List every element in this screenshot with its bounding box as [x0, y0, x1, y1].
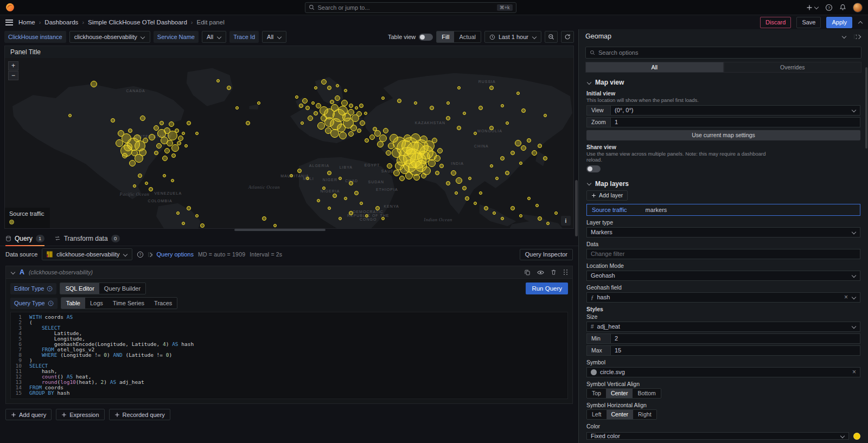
traffic-marker [432, 138, 437, 143]
symbol-select[interactable]: circle.svg× [586, 367, 860, 377]
clear-icon[interactable]: × [844, 294, 848, 300]
use-current-map-settings-button[interactable]: Use current map settings [586, 130, 860, 140]
add-query-button[interactable]: Add query [5, 409, 52, 420]
horizontal-scrollbar[interactable] [234, 229, 326, 231]
query-inspector-button[interactable]: Query Inspector [520, 249, 573, 260]
options-search-input[interactable] [598, 49, 857, 56]
grafana-logo[interactable] [5, 3, 15, 12]
tab-query[interactable]: Query 1 [5, 231, 44, 246]
notifications-icon[interactable] [839, 4, 846, 11]
drag-handle-icon[interactable] [563, 269, 568, 275]
options-search[interactable] [585, 47, 861, 59]
sql-code[interactable]: 1WITH coords AS2(3 SELECT4 Latitude,5 Lo… [10, 312, 568, 399]
trace-id-dropdown[interactable]: All [262, 31, 286, 43]
map-attribution-icon[interactable]: i [561, 216, 571, 226]
datasource-help-icon[interactable]: ? [137, 251, 144, 258]
data-filter-select[interactable]: Change filter [586, 249, 860, 259]
view-select[interactable]: (0°, 0°) [610, 105, 860, 115]
query-row-header[interactable]: A (clickhouse-observability) [6, 266, 572, 279]
refresh-icon[interactable] [561, 31, 574, 43]
valign-center[interactable]: Center [606, 389, 633, 398]
initial-view-label: Initial view [586, 90, 860, 97]
query-type-traces[interactable]: Traces [149, 298, 177, 309]
valign-bottom[interactable]: Bottom [633, 389, 660, 398]
menu-icon[interactable] [5, 20, 13, 25]
query-type-logs[interactable]: Logs [85, 298, 108, 309]
breadcrumb-dashboard-name[interactable]: Simple ClickHouse OTel Dashboard [88, 19, 187, 25]
section-map-view[interactable]: Map view [586, 78, 860, 87]
clear-icon[interactable]: × [852, 369, 856, 375]
layer-type-select[interactable]: Markers [586, 227, 860, 237]
min-input[interactable] [610, 333, 860, 344]
max-input[interactable] [610, 345, 860, 356]
zoom-input[interactable] [610, 117, 860, 127]
query-type-table[interactable]: Table [61, 298, 85, 309]
traffic-marker [365, 138, 369, 143]
discard-button[interactable]: Discard [760, 17, 791, 28]
valign-top[interactable]: Top [587, 389, 606, 398]
geomap[interactable]: RUSSIACANADAUNITED STATESKAZAKHSTANMONGO… [5, 58, 573, 228]
section-map-layers[interactable]: Map layers [586, 179, 860, 188]
fit-fill-option[interactable]: Fill [437, 31, 454, 42]
traffic-marker [164, 148, 170, 153]
traffic-marker [235, 106, 239, 110]
traffic-marker [171, 153, 176, 158]
map-zoom-out-button[interactable]: − [8, 71, 18, 80]
time-range-picker[interactable]: Last 1 hour [484, 31, 541, 43]
options-tab-overrides[interactable]: Overrides [724, 62, 862, 73]
options-tab-all[interactable]: All [585, 62, 724, 73]
traffic-marker [336, 84, 339, 87]
search-icon [590, 50, 595, 55]
color-swatch[interactable] [853, 433, 860, 440]
duplicate-query-icon[interactable] [524, 269, 531, 275]
datasource-picker[interactable]: clickhouse-observability [42, 248, 132, 260]
collapse-query-icon[interactable] [10, 270, 15, 275]
breadcrumb-dashboards[interactable]: Dashboards [44, 19, 78, 25]
halign-right[interactable]: Right [633, 410, 656, 419]
panel-title[interactable]: Panel Title [5, 46, 573, 58]
query-type-time-series[interactable]: Time Series [108, 298, 149, 309]
table-view-toggle[interactable] [419, 34, 433, 41]
add-recorded-query-button[interactable]: Recorded query [109, 409, 170, 420]
layer-row-source-traffic[interactable]: Source traffic markers [586, 204, 860, 216]
halign-left[interactable]: Left [587, 410, 607, 419]
hide-response-eye-icon[interactable] [537, 269, 544, 275]
add-expression-button[interactable]: Expression [56, 409, 104, 420]
options-expand-right-icon[interactable] [854, 34, 861, 39]
add-icon[interactable] [806, 4, 819, 11]
service-name-dropdown[interactable]: All [202, 31, 226, 43]
collapse-panel-icon[interactable] [858, 20, 863, 25]
styles-label: Styles [586, 306, 860, 312]
options-collapse-icon[interactable] [841, 34, 846, 39]
variables-toolbar: ClickHouse instance clickhouse-observabi… [0, 29, 578, 44]
run-query-button[interactable]: Run Query [526, 283, 568, 294]
add-layer-button[interactable]: Add layer [586, 190, 628, 201]
zoom-out-time-icon[interactable] [545, 31, 558, 43]
query-builder-option[interactable]: Query Builder [99, 283, 145, 294]
map-zoom-in-button[interactable]: + [8, 61, 18, 70]
location-mode-select[interactable]: Geohash [586, 271, 860, 281]
help-icon[interactable]: ? [825, 4, 833, 11]
geohash-field-select[interactable]: ƒhash× [586, 292, 860, 303]
avatar[interactable] [853, 3, 863, 12]
options-scrollbar[interactable] [865, 67, 867, 149]
tab-transform-data[interactable]: Transform data 0 [54, 231, 120, 246]
sql-editor-option[interactable]: SQL Editor [60, 283, 99, 294]
remove-query-trash-icon[interactable] [551, 269, 557, 275]
save-button[interactable]: Save [796, 17, 821, 28]
apply-button[interactable]: Apply [826, 17, 852, 28]
traffic-marker [490, 164, 493, 168]
global-search[interactable]: ⌘+k [305, 2, 516, 13]
color-select[interactable]: Fixed color [586, 432, 849, 440]
query-editor-card: A (clickhouse-observability) Editor Type… [5, 266, 573, 404]
fit-actual-option[interactable]: Actual [454, 31, 481, 42]
layer-name[interactable]: Source traffic [592, 207, 627, 213]
share-view-toggle[interactable] [586, 165, 601, 172]
size-field-select[interactable]: #adj_heat [586, 322, 860, 332]
search-input[interactable] [318, 4, 494, 11]
instance-dropdown[interactable]: clickhouse-observability [69, 31, 150, 43]
halign-center[interactable]: Center [607, 410, 634, 419]
query-options-toggle[interactable]: Query options [148, 251, 193, 258]
vertical-scrollbar[interactable] [575, 180, 578, 236]
breadcrumb-home[interactable]: Home [18, 19, 35, 25]
